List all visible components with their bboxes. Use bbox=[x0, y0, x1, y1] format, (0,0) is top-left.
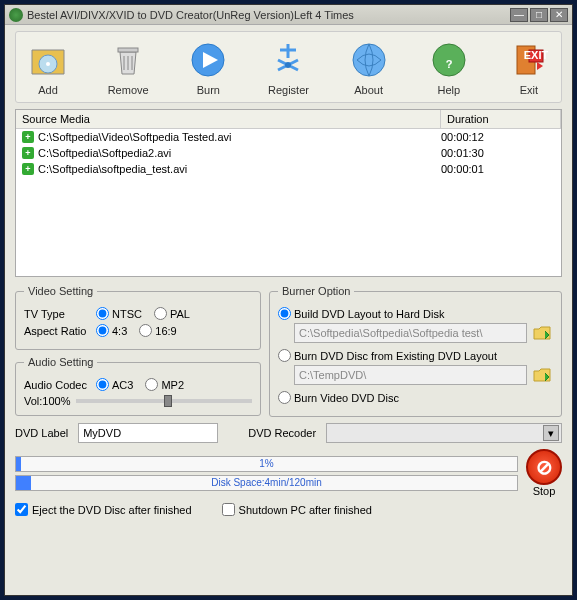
browse-existing-button[interactable] bbox=[531, 365, 553, 385]
svg-point-8 bbox=[353, 44, 385, 76]
stop-button[interactable]: ⊘ Stop bbox=[526, 449, 562, 497]
header-source[interactable]: Source Media bbox=[16, 110, 441, 128]
media-duration: 00:00:01 bbox=[441, 163, 561, 175]
main-toolbar: Add Remove Burn Register bbox=[15, 31, 562, 103]
media-path: C:\Softpedia\Video\Softpedia Tested.avi bbox=[38, 131, 231, 143]
close-button[interactable]: ✕ bbox=[550, 8, 568, 22]
app-icon bbox=[9, 8, 23, 22]
add-icon bbox=[26, 38, 70, 82]
source-media-list[interactable]: Source Media Duration +C:\Softpedia\Vide… bbox=[15, 109, 562, 277]
add-button[interactable]: Add bbox=[22, 36, 74, 98]
help-label: Help bbox=[437, 84, 460, 96]
about-label: About bbox=[354, 84, 383, 96]
codec-mp2-radio[interactable]: MP2 bbox=[145, 378, 184, 391]
stop-icon: ⊘ bbox=[526, 449, 562, 485]
shutdown-checkbox[interactable]: Shutdown PC after finished bbox=[222, 503, 372, 516]
titlebar: Bestel AVI/DIVX/XVID to DVD Creator(UnRe… bbox=[5, 5, 572, 25]
maximize-button[interactable]: □ bbox=[530, 8, 548, 22]
remove-label: Remove bbox=[108, 84, 149, 96]
volume-slider[interactable] bbox=[76, 399, 252, 403]
aspect-169-radio[interactable]: 16:9 bbox=[139, 324, 176, 337]
svg-rect-2 bbox=[118, 48, 138, 52]
tv-type-pal-radio[interactable]: PAL bbox=[154, 307, 190, 320]
app-window: Bestel AVI/DIVX/XVID to DVD Creator(UnRe… bbox=[4, 4, 573, 596]
build-layout-path-input[interactable] bbox=[294, 323, 527, 343]
exit-button[interactable]: EXIT Exit bbox=[503, 36, 555, 98]
build-layout-radio[interactable]: Build DVD Layout to Hard Disk bbox=[278, 307, 553, 320]
burner-option-legend: Burner Option bbox=[278, 285, 354, 297]
media-row[interactable]: +C:\Softpedia\Softpedia2.avi00:01:30 bbox=[16, 145, 561, 161]
burn-label: Burn bbox=[197, 84, 220, 96]
media-duration: 00:00:12 bbox=[441, 131, 561, 143]
tv-type-ntsc-radio[interactable]: NTSC bbox=[96, 307, 142, 320]
dvd-label-text: DVD Label bbox=[15, 427, 68, 439]
burn-existing-path-input[interactable] bbox=[294, 365, 527, 385]
media-path: C:\Softpedia\Softpedia2.avi bbox=[38, 147, 171, 159]
window-title: Bestel AVI/DIVX/XVID to DVD Creator(UnRe… bbox=[27, 9, 510, 21]
burn-video-radio[interactable]: Burn Video DVD Disc bbox=[278, 391, 553, 404]
stop-label: Stop bbox=[533, 485, 556, 497]
media-path: C:\Softpedia\softpedia_test.avi bbox=[38, 163, 187, 175]
audio-codec-label: Audio Codec bbox=[24, 379, 96, 391]
eject-checkbox[interactable]: Eject the DVD Disc after finished bbox=[15, 503, 192, 516]
burn-icon bbox=[186, 38, 230, 82]
progress-bar-percent: 1% bbox=[15, 456, 518, 472]
progress-bar-disk: Disk Space:4min/120min bbox=[15, 475, 518, 491]
media-duration: 00:01:30 bbox=[441, 147, 561, 159]
svg-point-7 bbox=[285, 62, 291, 68]
browse-layout-button[interactable] bbox=[531, 323, 553, 343]
help-button[interactable]: ? Help bbox=[423, 36, 475, 98]
minimize-button[interactable]: — bbox=[510, 8, 528, 22]
progress-percent-text: 1% bbox=[16, 458, 517, 469]
tv-type-label: TV Type bbox=[24, 308, 96, 320]
burner-option-group: Burner Option Build DVD Layout to Hard D… bbox=[269, 285, 562, 417]
aspect-ratio-label: Aspect Ratio bbox=[24, 325, 96, 337]
audio-setting-group: Audio Setting Audio Codec AC3 MP2 Vol:10… bbox=[15, 356, 261, 416]
aspect-43-radio[interactable]: 4:3 bbox=[96, 324, 127, 337]
exit-icon: EXIT bbox=[507, 38, 551, 82]
exit-label: Exit bbox=[520, 84, 538, 96]
plus-icon: + bbox=[22, 163, 34, 175]
dvd-label-input[interactable] bbox=[78, 423, 218, 443]
video-setting-group: Video Setting TV Type NTSC PAL Aspect Ra… bbox=[15, 285, 261, 350]
burn-existing-radio[interactable]: Burn DVD Disc from Existing DVD Layout bbox=[278, 349, 553, 362]
dvd-recorder-select[interactable]: ▾ bbox=[326, 423, 562, 443]
svg-text:EXIT: EXIT bbox=[524, 49, 549, 61]
register-button[interactable]: Register bbox=[262, 36, 314, 98]
dvd-recorder-text: DVD Recoder bbox=[248, 427, 316, 439]
about-button[interactable]: About bbox=[343, 36, 395, 98]
remove-button[interactable]: Remove bbox=[102, 36, 154, 98]
burn-button[interactable]: Burn bbox=[182, 36, 234, 98]
register-label: Register bbox=[268, 84, 309, 96]
codec-ac3-radio[interactable]: AC3 bbox=[96, 378, 133, 391]
remove-icon bbox=[106, 38, 150, 82]
svg-point-1 bbox=[46, 62, 50, 66]
svg-text:?: ? bbox=[445, 58, 452, 70]
chevron-down-icon: ▾ bbox=[543, 425, 559, 441]
progress-disk-text: Disk Space:4min/120min bbox=[16, 477, 517, 488]
help-icon: ? bbox=[427, 38, 471, 82]
media-header: Source Media Duration bbox=[16, 110, 561, 129]
add-label: Add bbox=[38, 84, 58, 96]
plus-icon: + bbox=[22, 147, 34, 159]
header-duration[interactable]: Duration bbox=[441, 110, 561, 128]
about-icon bbox=[347, 38, 391, 82]
register-icon bbox=[266, 38, 310, 82]
video-setting-legend: Video Setting bbox=[24, 285, 97, 297]
plus-icon: + bbox=[22, 131, 34, 143]
media-row[interactable]: +C:\Softpedia\softpedia_test.avi00:00:01 bbox=[16, 161, 561, 177]
audio-setting-legend: Audio Setting bbox=[24, 356, 97, 368]
volume-label: Vol:100% bbox=[24, 395, 70, 407]
media-row[interactable]: +C:\Softpedia\Video\Softpedia Tested.avi… bbox=[16, 129, 561, 145]
